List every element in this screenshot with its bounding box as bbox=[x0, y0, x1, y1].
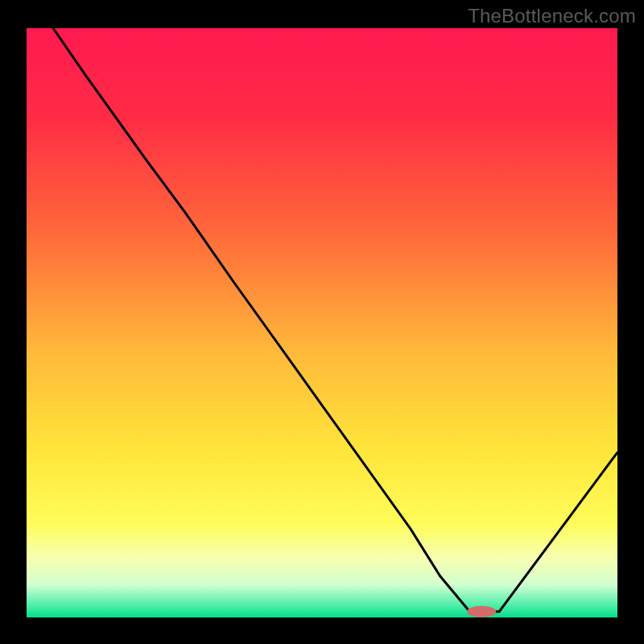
chart-canvas: TheBottleneck.com bbox=[0, 0, 644, 644]
watermark-text: TheBottleneck.com bbox=[468, 5, 636, 27]
min-marker bbox=[467, 606, 496, 617]
chart-svg bbox=[0, 0, 644, 644]
